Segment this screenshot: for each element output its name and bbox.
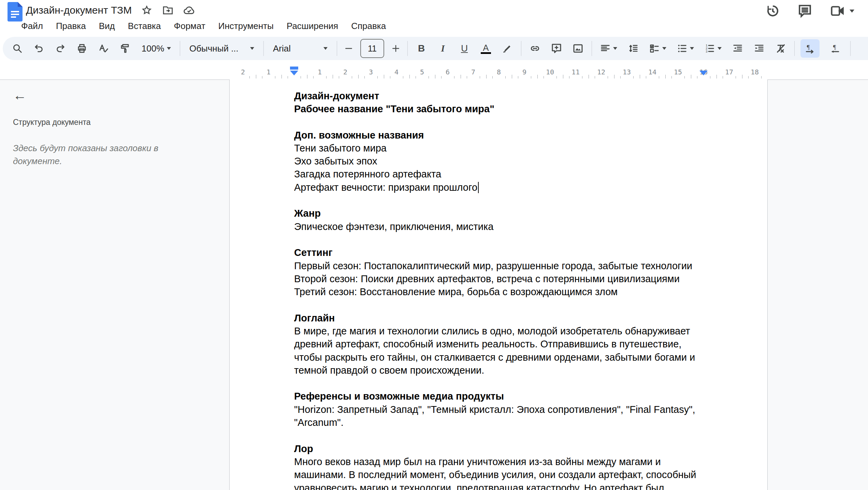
ltr-paragraph-icon[interactable]: ¶ — [800, 39, 820, 58]
italic-button[interactable]: I — [435, 39, 451, 58]
search-icon[interactable] — [10, 39, 25, 58]
add-comment-icon[interactable] — [549, 39, 564, 58]
redo-icon[interactable] — [53, 39, 68, 58]
line-spacing-icon[interactable] — [625, 39, 641, 58]
doc-line: Второй сезон: Поиски древних артефактов,… — [294, 272, 717, 285]
ruler-tick — [691, 75, 691, 78]
ruler-tick — [281, 75, 282, 78]
divider — [263, 41, 264, 56]
version-history-icon[interactable] — [766, 4, 780, 18]
ruler-tick — [301, 76, 301, 78]
bold-button[interactable]: B — [414, 39, 429, 58]
ruler-tick — [486, 75, 487, 78]
ruler-tick — [620, 76, 621, 78]
chevron-down-icon[interactable] — [850, 10, 854, 13]
ruler-tick — [249, 76, 250, 78]
ruler-tick — [640, 75, 640, 78]
menu-item-формат[interactable]: Формат — [174, 21, 205, 31]
doc-line: машинами. В последний момент, объединив … — [294, 469, 717, 481]
star-icon[interactable] — [141, 4, 153, 16]
ruler-tick — [556, 76, 557, 78]
ruler-tick — [454, 76, 454, 78]
ruler-tick — [461, 75, 461, 78]
toolbar: 100% Обычный ... Arial 11 B I U A — [3, 37, 868, 60]
doc-blank-line — [294, 233, 717, 246]
highlight-color-icon[interactable] — [500, 39, 515, 58]
ruler-number: 15 — [674, 68, 682, 76]
menu-item-файл[interactable]: Файл — [21, 21, 43, 31]
link-icon[interactable] — [527, 39, 543, 58]
paragraph-style-select[interactable]: Обычный ... — [186, 39, 258, 58]
ruler-tick — [608, 76, 608, 78]
video-call-icon[interactable] — [830, 4, 854, 18]
menu-item-справка[interactable]: Справка — [351, 21, 386, 31]
move-folder-icon[interactable] — [162, 4, 174, 16]
menu-item-вид[interactable]: Вид — [99, 21, 115, 31]
cloud-saved-icon[interactable] — [183, 4, 195, 16]
align-icon[interactable] — [598, 39, 620, 58]
undo-icon[interactable] — [31, 39, 47, 58]
ruler-tick — [467, 76, 467, 78]
ruler-number: 10 — [546, 68, 554, 76]
decrease-font-size-button[interactable] — [343, 39, 355, 58]
text-color-button[interactable]: A — [478, 39, 494, 58]
increase-font-size-button[interactable] — [390, 39, 402, 58]
doc-blank-line — [294, 377, 717, 390]
ruler-tick — [563, 75, 563, 78]
menu-item-правка[interactable]: Правка — [56, 21, 86, 31]
doc-line: древний артефакт, способный изменить реа… — [294, 338, 717, 351]
document-title[interactable]: Дизайн-документ ТЗМ — [26, 4, 132, 16]
chevron-down-icon — [662, 47, 666, 50]
menu-item-расширения[interactable]: Расширения — [287, 21, 338, 31]
rtl-paragraph-icon[interactable]: ¶ — [825, 39, 844, 58]
ruler-number: 4 — [394, 68, 399, 76]
zoom-select[interactable]: 100% — [139, 39, 174, 58]
document-page[interactable]: Дизайн-документРабочее название "Тени за… — [229, 80, 768, 490]
divider — [521, 41, 521, 56]
ruler-tick — [275, 76, 275, 78]
ruler-number: 18 — [751, 68, 759, 76]
decrease-indent-icon[interactable] — [730, 39, 746, 58]
doc-blank-line — [294, 299, 717, 312]
ruler-tick — [333, 75, 333, 78]
ruler-tick — [736, 76, 736, 78]
menu-item-вставка[interactable]: Вставка — [128, 21, 161, 31]
doc-line: Тени забытого мира — [294, 142, 717, 155]
ruler-number: 8 — [497, 68, 501, 76]
ruler-number: 6 — [446, 68, 450, 76]
outline-empty-hint: Здесь будут показаны заголовки в докумен… — [13, 142, 184, 168]
underline-button[interactable]: U — [457, 39, 472, 58]
ruler-tick — [518, 76, 518, 78]
doc-line: В мире, где магия и технологии слились в… — [294, 325, 717, 337]
ruler-tick — [352, 76, 352, 78]
chevron-down-icon — [323, 47, 328, 50]
spellcheck-icon[interactable] — [96, 39, 111, 58]
ruler-number: 5 — [420, 68, 424, 76]
doc-blank-line — [294, 194, 717, 207]
bulleted-list-icon[interactable] — [675, 39, 696, 58]
ruler-tick — [595, 76, 595, 78]
doc-line: Первый сезон: Постапокалиптический мир, … — [294, 259, 717, 272]
paint-format-icon[interactable] — [117, 39, 133, 58]
menu-item-инструменты[interactable]: Инструменты — [218, 21, 274, 31]
insert-image-icon[interactable] — [570, 39, 586, 58]
ruler-number: 2 — [343, 68, 347, 76]
chevron-down-icon — [690, 47, 694, 50]
ruler-tick — [697, 76, 697, 78]
doc-line: Эхо забытых эпох — [294, 155, 717, 168]
print-icon[interactable] — [74, 39, 90, 58]
checklist-icon[interactable] — [647, 39, 669, 58]
divider — [850, 41, 851, 56]
increase-indent-icon[interactable] — [751, 39, 767, 58]
font-select[interactable]: Arial — [270, 39, 331, 58]
close-outline-button[interactable]: ← — [13, 88, 27, 102]
divider — [337, 41, 337, 56]
font-size-input[interactable]: 11 — [360, 39, 384, 58]
ruler-number: 14 — [648, 68, 656, 76]
comments-icon[interactable] — [798, 4, 812, 18]
google-docs-logo[interactable] — [8, 2, 23, 21]
numbered-list-icon[interactable]: 123 — [702, 39, 724, 58]
clear-formatting-icon[interactable] — [773, 39, 789, 58]
ruler-tick — [256, 75, 256, 78]
doc-content[interactable]: Дизайн-документРабочее название "Тени за… — [294, 89, 717, 490]
